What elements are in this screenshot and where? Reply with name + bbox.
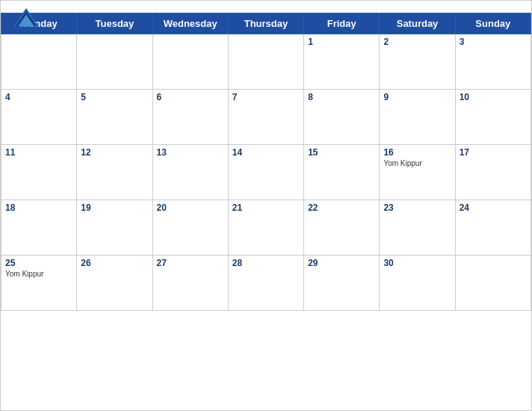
weekday-header-wednesday: Wednesday: [152, 13, 228, 34]
day-number: 16: [383, 147, 451, 158]
calendar-cell: 24: [455, 200, 531, 256]
week-row-4: 18192021222324: [1, 200, 531, 256]
day-number: 28: [232, 258, 300, 268]
day-number: 10: [460, 92, 527, 102]
calendar-cell: 29: [304, 256, 380, 311]
calendar-cell: 26: [77, 256, 152, 311]
week-row-2: 45678910: [1, 90, 531, 145]
day-number: 2: [383, 37, 451, 47]
day-number: 13: [157, 147, 224, 158]
weekday-header-friday: Friday: [304, 13, 380, 34]
day-number: 19: [81, 203, 148, 213]
day-number: 15: [308, 147, 375, 158]
day-number: 25: [5, 258, 72, 268]
day-number: 27: [157, 258, 224, 268]
calendar-cell: 23: [380, 200, 455, 256]
day-number: 30: [383, 258, 451, 268]
calendar-cell: 8: [304, 90, 380, 145]
calendar-cell: 2: [380, 34, 455, 90]
calendar-cell: 14: [228, 145, 303, 200]
calendar-cell: 27: [152, 256, 228, 311]
weekday-header-row: MondayTuesdayWednesdayThursdayFridaySatu…: [1, 13, 531, 34]
calendar-cell: 10: [455, 90, 531, 145]
calendar-cell: 15: [304, 145, 380, 200]
calendar-grid: MondayTuesdayWednesdayThursdayFridaySatu…: [1, 13, 531, 311]
calendar-cell: [1, 34, 77, 90]
calendar-cell: 11: [1, 145, 77, 200]
calendar-cell: 12: [77, 145, 152, 200]
day-number: 1: [308, 37, 375, 47]
day-number: 21: [232, 203, 300, 213]
day-number: 6: [157, 92, 224, 102]
calendar-cell: [77, 34, 152, 90]
day-number: 17: [460, 147, 527, 158]
calendar-cell: 20: [152, 200, 228, 256]
calendar-cell: [228, 34, 303, 90]
weekday-header-saturday: Saturday: [380, 13, 455, 34]
day-number: 3: [460, 37, 527, 47]
week-row-3: 111213141516Yom Kippur17: [1, 145, 531, 200]
logo-area: [13, 7, 40, 29]
calendar-cell: 1: [304, 34, 380, 90]
calendar-cell: 16Yom Kippur: [380, 145, 455, 200]
event-label: Yom Kippur: [383, 159, 421, 167]
calendar-cell: 17: [455, 145, 531, 200]
calendar-cell: 13: [152, 145, 228, 200]
calendar-cell: [455, 256, 531, 311]
day-number: 5: [81, 92, 148, 102]
calendar-header: [1, 1, 531, 13]
day-number: 23: [383, 203, 451, 213]
calendar-cell: 7: [228, 90, 303, 145]
calendar-cell: 30: [380, 256, 455, 311]
day-number: 8: [308, 92, 375, 102]
day-number: 11: [5, 147, 72, 158]
week-row-5: 25Yom Kippur2627282930: [1, 256, 531, 311]
day-number: 24: [460, 203, 527, 213]
day-number: 14: [232, 147, 300, 158]
calendar-cell: 4: [1, 90, 77, 145]
day-number: 7: [232, 92, 300, 102]
calendar-cell: 3: [455, 34, 531, 90]
calendar-cell: 18: [1, 200, 77, 256]
day-number: 26: [81, 258, 148, 268]
calendar-cell: 28: [228, 256, 303, 311]
calendar-cell: 5: [77, 90, 152, 145]
logo-icon: [13, 7, 40, 28]
weekday-header-tuesday: Tuesday: [77, 13, 152, 34]
day-number: 18: [5, 203, 72, 213]
calendar-cell: 21: [228, 200, 303, 256]
day-number: 29: [308, 258, 375, 268]
day-number: 22: [308, 203, 375, 213]
weekday-header-sunday: Sunday: [455, 13, 531, 34]
day-number: 20: [157, 203, 224, 213]
calendar-cell: 19: [77, 200, 152, 256]
calendar-wrapper: MondayTuesdayWednesdayThursdayFridaySatu…: [0, 0, 532, 411]
calendar-cell: 6: [152, 90, 228, 145]
event-label: Yom Kippur: [5, 270, 43, 278]
day-number: 12: [81, 147, 148, 158]
calendar-cell: [152, 34, 228, 90]
weekday-header-thursday: Thursday: [228, 13, 303, 34]
day-number: 4: [5, 92, 72, 102]
calendar-cell: 22: [304, 200, 380, 256]
calendar-cell: 9: [380, 90, 455, 145]
day-number: 9: [383, 92, 451, 102]
calendar-cell: 25Yom Kippur: [1, 256, 77, 311]
week-row-1: 123: [1, 34, 531, 90]
